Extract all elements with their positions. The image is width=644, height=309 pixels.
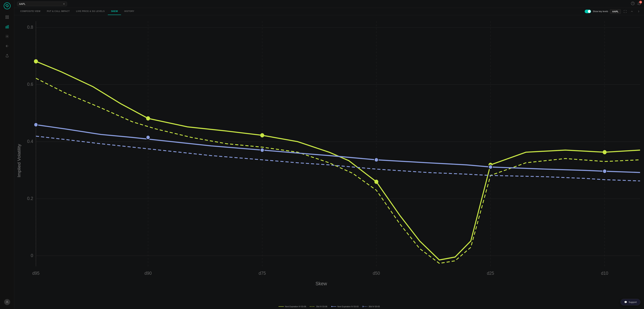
topbar: AAPL ✕ 50	[14, 0, 644, 8]
collapse-icon[interactable]	[630, 9, 634, 14]
search-box[interactable]: AAPL ✕	[17, 2, 67, 6]
sidebar-nav	[4, 14, 10, 299]
svg-text:d25: d25	[487, 270, 494, 276]
support-button[interactable]: 💬 Support	[620, 299, 640, 305]
tab-put-call[interactable]: PUT & CALL IMPACT	[44, 8, 73, 15]
legend-30d-03: 30d IV 03-03	[362, 305, 380, 307]
svg-text:0.8: 0.8	[27, 25, 33, 30]
svg-point-44	[146, 135, 150, 140]
help-icon[interactable]	[631, 2, 635, 6]
legend-label-next-exp-03: Next Expiration IV 03-03	[337, 305, 358, 307]
svg-point-47	[488, 165, 492, 169]
svg-point-42	[603, 150, 606, 154]
logo[interactable]	[4, 2, 11, 10]
support-icon: 💬	[624, 301, 627, 303]
chart-svg: 0.8 0.6 0.4 0.2 0	[14, 17, 644, 304]
svg-text:0.4: 0.4	[27, 139, 33, 144]
legend-next-exp-06: Next Expiration IV 03-06	[278, 305, 306, 307]
svg-text:0: 0	[31, 253, 33, 258]
show-key-levels-label: Show key levels	[593, 10, 608, 13]
support-label: Support	[628, 301, 637, 303]
tab-composite[interactable]: COMPOSITE VIEW	[17, 8, 44, 15]
svg-text:Implied Volatility: Implied Volatility	[16, 144, 22, 177]
svg-text:0.2: 0.2	[27, 196, 33, 201]
chart-icon[interactable]	[4, 24, 10, 30]
svg-rect-7	[8, 25, 8, 28]
tab-history[interactable]: HISTORY	[121, 8, 138, 15]
svg-rect-3	[6, 18, 6, 19]
legend-label-30d-03: 30d IV 03-03	[368, 305, 380, 307]
svg-point-9	[6, 301, 8, 302]
svg-rect-4	[7, 18, 8, 19]
sidebar	[0, 0, 14, 309]
notification-icon[interactable]: 50	[637, 2, 641, 6]
svg-text:d95: d95	[32, 270, 40, 276]
svg-point-8	[6, 36, 8, 37]
svg-rect-5	[6, 27, 6, 28]
svg-text:d75: d75	[258, 270, 266, 276]
svg-point-38	[146, 116, 150, 121]
show-key-levels-toggle[interactable]	[585, 10, 591, 13]
svg-point-45	[260, 148, 264, 152]
svg-text:Skew: Skew	[316, 281, 327, 286]
svg-text:d90: d90	[144, 270, 152, 276]
svg-text:d50: d50	[373, 270, 380, 276]
clear-search-button[interactable]: ✕	[63, 3, 65, 5]
svg-text:0.6: 0.6	[27, 82, 33, 87]
svg-point-43	[34, 123, 38, 127]
svg-point-53	[362, 306, 364, 307]
expand-icon[interactable]	[622, 9, 628, 14]
chart-container: 0.8 0.6 0.4 0.2 0	[14, 15, 644, 309]
legend-label-next-exp-06: Next Expiration IV 03-06	[285, 305, 306, 307]
nav-right-controls: Show key levels AAPL	[585, 9, 641, 14]
topbar-right: 50	[631, 2, 641, 6]
svg-point-10	[631, 2, 634, 5]
chart-legend: Next Expiration IV 03-06 30d IV 03-06 Ne…	[14, 304, 644, 309]
svg-point-37	[34, 59, 38, 64]
svg-point-48	[603, 169, 606, 173]
legend-30d-06: 30d IV 03-06	[310, 305, 327, 307]
legend-label-30d-06: 30d IV 03-06	[316, 305, 327, 307]
close-icon[interactable]	[636, 9, 641, 14]
nav-tabs: COMPOSITE VIEW PUT & CALL IMPACT LIVE PR…	[14, 8, 644, 15]
grid-icon[interactable]	[4, 14, 10, 20]
svg-text:d10: d10	[601, 270, 608, 276]
back-icon[interactable]	[4, 43, 10, 49]
settings-icon[interactable]	[4, 33, 10, 40]
svg-point-40	[374, 180, 378, 184]
main-content: AAPL ✕ 50 COMPOSITE VIEW PUT & CALL IMPA…	[14, 0, 644, 309]
legend-next-exp-03: Next Expiration IV 03-03	[331, 305, 358, 307]
svg-point-46	[374, 158, 378, 162]
svg-point-51	[331, 306, 332, 307]
toggle-knob	[588, 10, 591, 13]
export-icon[interactable]	[4, 53, 10, 59]
tab-skew[interactable]: SKEW	[108, 8, 121, 15]
chart-area: 0.8 0.6 0.4 0.2 0	[14, 17, 644, 304]
notification-count: 50	[639, 1, 642, 4]
avatar[interactable]	[4, 299, 10, 305]
svg-rect-1	[6, 16, 6, 17]
svg-rect-2	[7, 16, 8, 17]
tab-live-price[interactable]: LIVE PRICE & SG LEVELS	[73, 8, 108, 15]
svg-point-39	[260, 133, 264, 138]
ticker-badge[interactable]: AAPL	[610, 9, 621, 14]
search-input[interactable]: AAPL	[19, 3, 62, 5]
sidebar-bottom	[4, 299, 10, 307]
svg-rect-6	[7, 26, 8, 28]
